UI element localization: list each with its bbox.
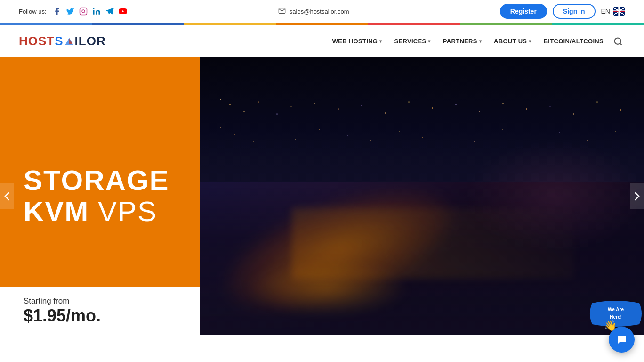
twitter-icon[interactable] — [65, 7, 75, 16]
email-icon — [278, 7, 286, 16]
logo-sail-icon — [64, 37, 74, 47]
chat-widget: We Are Here! 👋 — [609, 327, 635, 335]
hero-title-line1: STORAGE — [24, 165, 181, 196]
carousel-prev-button[interactable] — [0, 183, 14, 209]
svg-text:Here!: Here! — [610, 314, 622, 320]
hero-title-line2: KVM VPS — [24, 196, 181, 227]
facebook-icon[interactable] — [52, 7, 62, 16]
chevron-down-icon: ▾ — [428, 39, 430, 44]
nav-bitcoin[interactable]: BITCOIN/ALTCOINS — [539, 35, 608, 48]
nav-web-hosting[interactable]: WEB HOSTING ▾ — [328, 35, 387, 48]
chevron-down-icon: ▾ — [479, 39, 482, 44]
color-bar-blue — [0, 23, 92, 25]
nav-services[interactable]: SERVICES ▾ — [390, 35, 435, 48]
contact-email[interactable]: sales@hostsailor.com — [290, 8, 349, 15]
nav-about-us[interactable]: ABOUT US ▾ — [489, 35, 536, 48]
color-bar-red — [368, 23, 460, 25]
color-bar-blue2 — [92, 23, 184, 25]
site-logo[interactable]: HOSTSILOR — [19, 34, 106, 49]
hero-price: $1.95/mo. — [24, 306, 181, 326]
follow-us-label: Follow us: — [19, 8, 47, 15]
svg-point-2 — [93, 8, 94, 9]
chevron-down-icon: ▾ — [379, 39, 382, 44]
register-button[interactable]: Register — [500, 4, 547, 19]
nav-partners[interactable]: PARTNERS ▾ — [438, 35, 486, 48]
color-bar-teal — [552, 23, 644, 25]
social-icons — [52, 7, 128, 16]
uk-flag-icon — [613, 7, 625, 16]
svg-rect-0 — [80, 8, 87, 15]
logo-ailor: ILOR — [75, 34, 106, 48]
chevron-down-icon: ▾ — [529, 39, 531, 44]
hero-title-vps: VPS — [89, 196, 157, 227]
color-bar — [0, 23, 644, 25]
wave-emoji: 👋 — [604, 320, 617, 332]
color-bar-orange — [276, 23, 368, 25]
svg-point-6 — [615, 38, 621, 44]
contact-email-section: sales@hostsailor.com — [278, 7, 349, 16]
instagram-icon[interactable] — [79, 7, 88, 16]
linkedin-icon[interactable] — [92, 7, 101, 16]
hero-title: STORAGE KVM VPS — [24, 165, 181, 227]
hero-price-label: Starting from — [24, 296, 181, 306]
logo-s: S — [55, 34, 63, 48]
svg-text:We Are: We Are — [608, 307, 624, 312]
search-button[interactable] — [611, 34, 625, 49]
hero-section: STORAGE KVM VPS Starting from $1.95/mo. — [0, 57, 644, 335]
signin-button[interactable]: Sign in — [553, 4, 596, 19]
youtube-icon[interactable] — [118, 7, 128, 16]
carousel-next-button[interactable] — [630, 183, 644, 209]
follow-us-section: Follow us: — [19, 7, 128, 16]
svg-line-7 — [620, 43, 622, 45]
color-bar-yellow — [184, 23, 276, 25]
top-bar-actions: Register Sign in EN — [500, 4, 625, 19]
hero-city-image — [198, 57, 644, 335]
logo-host: HOST — [19, 34, 55, 48]
chat-container: We Are Here! 👋 — [609, 327, 635, 335]
top-bar: Follow us: — [0, 0, 644, 23]
hero-price-box: Starting from $1.95/mo. — [0, 287, 200, 335]
language-selector[interactable]: EN — [601, 7, 625, 16]
telegram-icon[interactable] — [105, 7, 114, 16]
nav-links: WEB HOSTING ▾ SERVICES ▾ PARTNERS ▾ ABOU… — [328, 34, 625, 49]
lang-label: EN — [601, 8, 610, 15]
navbar: HOSTSILOR WEB HOSTING ▾ SERVICES ▾ PARTN… — [0, 25, 644, 57]
hero-title-kvm: KVM — [24, 196, 89, 227]
color-bar-green — [460, 23, 552, 25]
